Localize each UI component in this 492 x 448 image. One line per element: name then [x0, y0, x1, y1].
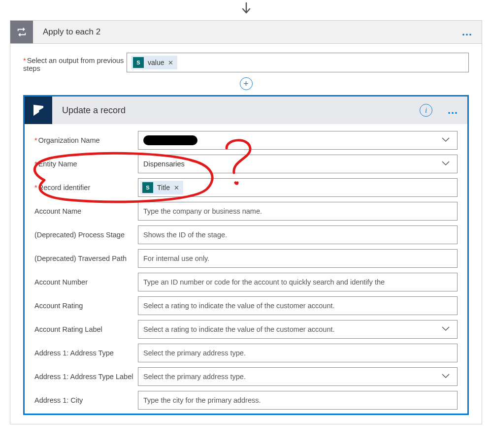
add-step-button[interactable]: + [240, 77, 253, 90]
field-label: (Deprecated) Process Stage [34, 229, 138, 240]
token-text: Title [157, 184, 170, 192]
dynamic-token-value[interactable]: S value ✕ [131, 56, 177, 69]
dynamics-icon [25, 96, 52, 124]
process-stage-input[interactable]: Shows the ID of the stage. [138, 225, 458, 244]
chevron-down-icon [441, 325, 450, 333]
card-menu-button[interactable]: … [453, 26, 482, 38]
loop-icon [10, 21, 33, 43]
select-output-input[interactable]: S value ✕ [127, 53, 469, 72]
card-body: *Select an output from previous steps S … [10, 44, 482, 424]
inner-card-title: Update a record [52, 105, 420, 116]
inner-card-header[interactable]: Update a record i … [25, 96, 467, 124]
connector-arrow-down-icon [0, 0, 492, 20]
chevron-down-icon [441, 373, 450, 381]
field-label: Account Number [34, 278, 138, 287]
traversed-path-input[interactable]: For internal use only. [138, 249, 458, 268]
required-asterisk: * [34, 160, 37, 168]
account-rating-input[interactable]: Select a rating to indicate the value of… [138, 296, 458, 315]
field-label: *Entity Name [34, 160, 138, 168]
address1-type-label-dropdown[interactable]: Select the primary address type. [138, 367, 458, 386]
address1-type-input[interactable]: Select the primary address type. [138, 344, 458, 362]
inner-card-menu-button[interactable]: … [438, 104, 467, 117]
field-label: (Deprecated) Traversed Path [34, 253, 138, 264]
dynamic-token-title[interactable]: S Title ✕ [140, 181, 183, 194]
record-identifier-input[interactable]: S Title ✕ [138, 178, 458, 197]
field-label: Account Rating [34, 301, 138, 310]
apply-to-each-card: Apply to each 2 … *Select an output from… [10, 20, 482, 424]
card-title: Apply to each 2 [33, 27, 453, 37]
sharepoint-icon: S [142, 182, 153, 193]
token-text: value [148, 59, 164, 66]
field-label: Account Rating Label [34, 325, 138, 334]
add-step-row: + [23, 72, 469, 93]
chevron-down-icon [441, 160, 450, 168]
account-rating-label-dropdown[interactable]: Select a rating to indicate the value of… [138, 320, 458, 339]
field-label: *Organization Name [34, 136, 138, 145]
chevron-down-icon [441, 136, 450, 144]
account-number-input[interactable]: Type an ID number or code for the accoun… [138, 273, 458, 291]
org-name-dropdown[interactable] [138, 131, 458, 150]
sharepoint-icon: S [133, 57, 144, 68]
inner-card-body: *Organization Name *Entity Name [25, 124, 467, 414]
required-asterisk: * [23, 57, 26, 64]
account-name-input[interactable]: Type the company or business name. [138, 202, 458, 221]
field-label: *Record identifier [34, 183, 138, 192]
field-label: Address 1: Address Type [34, 348, 138, 358]
token-remove-icon[interactable]: ✕ [168, 59, 173, 66]
field-label: Address 1: Address Type Label [34, 371, 138, 382]
required-asterisk: * [34, 136, 37, 144]
redacted-value [143, 135, 197, 145]
entity-name-dropdown[interactable]: Dispensaries [138, 155, 458, 173]
field-label: Address 1: City [34, 396, 138, 405]
address1-city-input[interactable]: Type the city for the primary address. [138, 391, 458, 410]
card-header[interactable]: Apply to each 2 … [10, 21, 482, 44]
required-asterisk: * [34, 184, 37, 192]
info-button[interactable]: i [420, 104, 432, 117]
field-label-select-output: *Select an output from previous steps [23, 53, 127, 72]
update-record-card: Update a record i … *Organization Name [23, 95, 469, 415]
token-remove-icon[interactable]: ✕ [174, 184, 179, 192]
field-label: Account Name [34, 207, 138, 216]
